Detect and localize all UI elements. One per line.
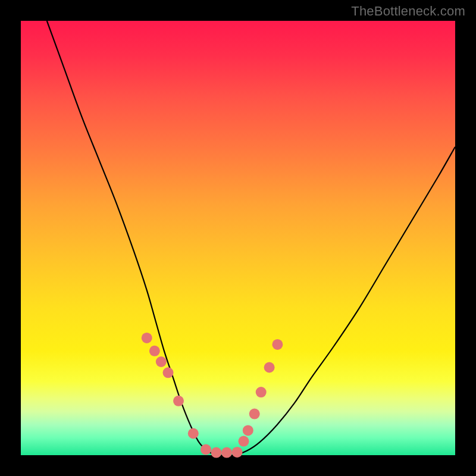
marker-dot — [239, 436, 249, 447]
plot-area — [21, 21, 455, 455]
marker-dot — [201, 444, 211, 455]
marker-dot — [249, 409, 260, 419]
marker-dot — [272, 339, 283, 350]
marker-dot — [188, 428, 199, 439]
marker-dot — [243, 425, 253, 436]
marker-dot — [173, 396, 184, 406]
highlight-markers — [142, 333, 283, 458]
marker-dot — [142, 333, 152, 343]
chart-frame: TheBottleneck.com — [0, 0, 476, 476]
watermark-text: TheBottleneck.com — [351, 4, 465, 19]
chart-svg — [21, 21, 455, 455]
marker-dot — [211, 447, 222, 458]
marker-dot — [232, 447, 243, 458]
marker-dot — [156, 356, 167, 367]
marker-dot — [256, 387, 267, 397]
marker-dot — [221, 447, 232, 458]
marker-dot — [149, 346, 160, 356]
bottleneck-curve — [47, 21, 455, 456]
marker-dot — [264, 362, 275, 373]
marker-dot — [163, 367, 174, 378]
